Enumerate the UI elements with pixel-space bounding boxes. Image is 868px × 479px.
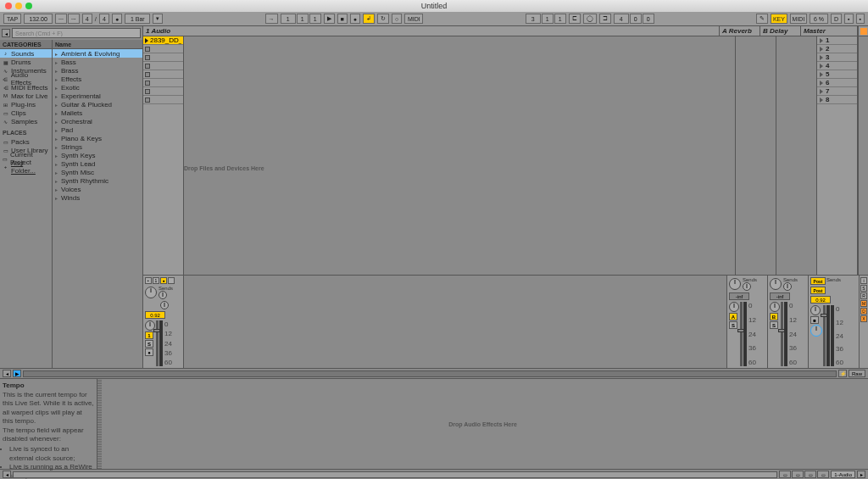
master-fader[interactable] [823,305,826,366]
content-item[interactable]: ▸Brass [53,66,142,75]
midi-map-button[interactable]: MIDI [790,14,807,24]
scene-slot[interactable]: 3 [817,53,857,62]
pan-knob[interactable] [145,287,157,298]
return-a-vol-display[interactable]: -inf [729,292,749,300]
preview-waveform[interactable] [23,370,837,377]
returns-show-button[interactable]: R [860,292,867,299]
info-view-toggle[interactable]: ◂ [3,471,11,478]
content-item[interactable]: ▸Bass [53,58,142,66]
clip-overview-button[interactable]: ▭ [779,471,791,478]
place-item-packs[interactable]: ▭Packs [0,137,52,146]
clip-detail-button[interactable]: ▭ [804,471,816,478]
content-item[interactable]: ▸Pad [53,125,142,134]
solo-button[interactable]: S [145,340,153,348]
preview-play-button[interactable]: ▶ [13,370,21,377]
place-item-add-folder-[interactable]: +Add Folder... [0,163,52,171]
return-b-solo[interactable]: S [770,321,778,329]
scene-slot[interactable]: 6 [817,79,857,87]
return-a-send-knob[interactable] [743,282,751,291]
scene-slot[interactable]: 2 [817,45,857,53]
cue-volume-knob[interactable] [810,325,822,337]
content-item[interactable]: ▸Synth Rhythmic [53,176,142,185]
content-item[interactable]: ▸Synth Keys [53,151,142,159]
loop-len-bar[interactable]: 4 [614,14,629,24]
return-b-pan-knob[interactable] [770,278,782,290]
master-post-button[interactable]: Post [810,287,826,294]
category-item-sounds[interactable]: ♪Sounds [0,49,52,58]
content-item[interactable]: ▸Voices [53,185,142,193]
content-item[interactable]: ▸Orchestral [53,117,142,125]
loop-start-bar[interactable]: 3 [526,14,541,24]
quantize-menu[interactable]: ▾ [153,14,163,24]
time-sig-numerator[interactable]: 4 [82,14,92,24]
search-input[interactable] [12,28,141,38]
return-b-pan[interactable] [770,302,780,312]
clip-slot-empty[interactable] [143,45,183,53]
content-item[interactable]: ▸Effects [53,75,142,83]
automation-reenable-button[interactable]: ↻ [377,14,389,24]
return-a-pan[interactable] [729,302,739,312]
clip-slot-empty[interactable] [143,62,183,70]
input-type-button[interactable]: ▪ [145,277,152,284]
follow-button[interactable]: → [265,14,278,24]
stop-button[interactable]: ■ [337,14,348,24]
punch-out-button[interactable]: ⊐ [599,14,611,24]
content-item[interactable]: ▸Piano & Keys [53,134,142,142]
content-item[interactable]: ▸Synth Lead [53,159,142,168]
overdub-button[interactable]: ↲ [363,14,375,24]
content-item[interactable]: ▸Guitar & Plucked [53,100,142,109]
return-a-header[interactable]: A Reverb [720,26,760,36]
io-section-toggle[interactable] [858,36,868,275]
key-map-button[interactable]: KEY [771,14,787,24]
session-arrangement-toggle[interactable] [858,26,868,36]
tempo-nudge-up[interactable]: ··· [68,14,80,24]
scene-slot[interactable]: 1 [817,36,857,45]
delay-show-button[interactable]: D [860,308,867,315]
content-item[interactable]: ▸Mallets [53,109,142,117]
loop-button[interactable]: ◯ [583,14,597,24]
content-item[interactable]: ▸Ambient & Evolving [53,49,142,58]
close-window-button[interactable] [5,3,12,9]
sends-show-button[interactable]: S [860,285,867,292]
scene-slot[interactable]: 4 [817,62,857,70]
category-item-clips[interactable]: ▭Clips [0,109,52,117]
loop-len-six[interactable]: 0 [643,14,654,24]
content-item[interactable]: ▸Experimental [53,92,142,100]
category-item-plug-ins[interactable]: ⊞Plug-ins [0,100,52,109]
content-item[interactable]: ▸Winds [53,193,142,202]
category-item-drums[interactable]: ▦Drums [0,58,52,66]
time-sig-denominator[interactable]: 4 [99,14,109,24]
drop-area[interactable]: Drop Files and Devices Here [184,36,736,275]
category-item-max-for-live[interactable]: MMax for Live [0,92,52,100]
pos-bar[interactable]: 1 [281,14,296,24]
io-show-button[interactable]: i [860,277,867,284]
clip-slot-empty[interactable] [143,79,183,87]
stop-all-clips[interactable]: ■ [810,316,819,324]
master-pan[interactable] [810,305,821,315]
master-vol-display[interactable]: 0.92 [810,296,831,304]
crossfade-show-button[interactable]: X [860,315,867,322]
scene-slot[interactable]: 5 [817,70,857,79]
minimize-window-button[interactable] [15,3,22,9]
preview-mode-button[interactable]: Raw [849,370,865,377]
monitor-button[interactable]: ● [160,277,167,284]
track-activator[interactable]: 1 [145,331,153,339]
loop-len-beat[interactable]: 0 [630,14,642,24]
zoom-window-button[interactable] [25,3,32,9]
punch-in-button[interactable]: ⊏ [569,14,581,24]
global-quantize[interactable]: 1 Bar [125,14,150,24]
preview-raw-button[interactable]: ⚡ [838,370,847,377]
return-b-fader[interactable] [781,302,783,366]
loop-start-beat[interactable]: 1 [542,14,554,24]
return-a-activator[interactable]: A [729,313,737,320]
arm-button[interactable]: ● [145,348,153,356]
session-record-button[interactable]: ○ [392,14,402,24]
detail-resize-handle[interactable] [97,379,102,469]
return-b-vol-display[interactable]: -inf [770,292,790,300]
category-item-samples[interactable]: ∿Samples [0,117,52,125]
browser-collapse-button[interactable]: ◂ [2,29,10,37]
content-item[interactable]: ▸Synth Misc [53,168,142,176]
input-channel-button[interactable]: 1 [153,277,159,284]
return-b-send-knob[interactable] [783,282,792,291]
clip-slot-empty[interactable] [143,87,183,96]
